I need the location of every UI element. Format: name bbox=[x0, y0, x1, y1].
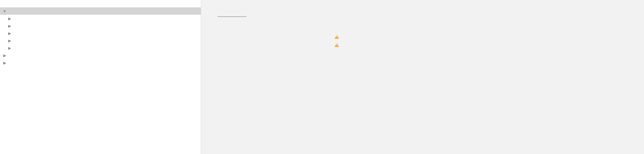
warning-icon bbox=[335, 43, 339, 47]
chevron-right-icon[interactable]: ▶ bbox=[8, 38, 11, 43]
detail-pane bbox=[201, 0, 644, 154]
bar-segment bbox=[217, 16, 246, 17]
build-tree-pane: ▶ ▼ ▶ ▶ bbox=[0, 0, 201, 154]
legend-swatch bbox=[275, 27, 278, 30]
color-swatch bbox=[14, 24, 18, 28]
tree-row-plugin[interactable]: ▶ bbox=[0, 29, 201, 37]
color-swatch bbox=[14, 39, 18, 43]
chevron-right-icon[interactable]: ▶ bbox=[3, 53, 7, 58]
stacked-bar bbox=[217, 16, 246, 96]
color-swatch bbox=[14, 46, 18, 50]
legend-swatch bbox=[275, 44, 278, 46]
chevron-right-icon[interactable]: ▶ bbox=[8, 46, 11, 50]
legend-row[interactable] bbox=[275, 16, 344, 25]
legend-swatch bbox=[275, 19, 278, 22]
legend-swatch bbox=[275, 52, 278, 55]
tree-row-plugin[interactable]: ▶ bbox=[0, 15, 201, 22]
legend-row[interactable] bbox=[275, 49, 344, 57]
legend-warning-slot bbox=[332, 42, 342, 48]
chevron-right-icon[interactable]: ▶ bbox=[3, 61, 7, 65]
chevron-down-icon[interactable]: ▼ bbox=[3, 9, 7, 13]
tree-row-plugins-heading[interactable]: ▼ bbox=[0, 7, 201, 15]
color-swatch bbox=[14, 31, 18, 35]
chart-legend bbox=[275, 16, 344, 96]
legend-swatch bbox=[275, 35, 278, 38]
tree-row-build[interactable]: ▶ bbox=[0, 0, 201, 7]
chart-area bbox=[217, 16, 344, 96]
chevron-right-icon[interactable]: ▶ bbox=[8, 31, 11, 35]
color-swatch bbox=[14, 17, 18, 20]
legend-row[interactable] bbox=[275, 33, 344, 41]
tree-row-tasks-heading[interactable]: ▶ bbox=[0, 52, 201, 59]
chevron-right-icon[interactable]: ▶ bbox=[8, 16, 11, 21]
chevron-right-icon[interactable]: ▶ bbox=[8, 24, 11, 28]
leader-lines bbox=[245, 16, 275, 96]
legend-row[interactable] bbox=[275, 25, 344, 33]
legend-warning-slot bbox=[332, 34, 342, 40]
tree-row-plugin[interactable]: ▶ bbox=[0, 37, 201, 44]
warning-icon bbox=[335, 35, 339, 39]
tree-row-plugin[interactable]: ▶ bbox=[0, 22, 201, 29]
tree-row-warnings-heading[interactable]: ▶ bbox=[0, 59, 201, 66]
legend-row[interactable] bbox=[275, 41, 344, 49]
tree-row-plugin[interactable]: ▶ bbox=[0, 44, 201, 52]
